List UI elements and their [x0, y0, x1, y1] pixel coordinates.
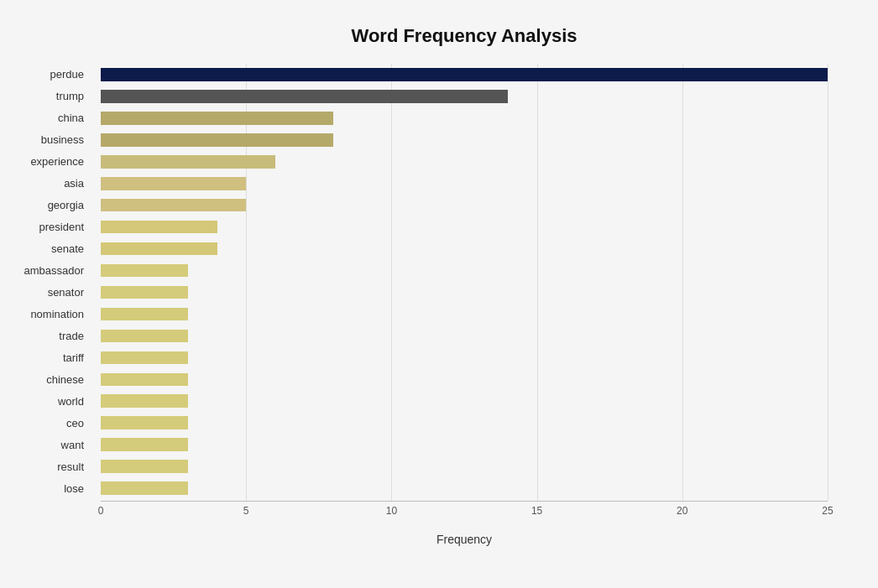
bar [101, 133, 333, 147]
bar-row: chinese [101, 368, 828, 390]
bar-row: perdue [101, 64, 828, 86]
bar-label: senate [0, 242, 92, 255]
bar-label: result [0, 461, 92, 473]
bar-label: perdue [0, 68, 92, 81]
bar-row: business [101, 129, 828, 151]
bar-label: president [0, 221, 92, 233]
bar-row: asia [101, 173, 828, 195]
bar-label: world [0, 395, 92, 408]
x-tick: 25 [822, 505, 833, 517]
bar [101, 308, 188, 321]
bar-row: ambassador [101, 260, 828, 282]
bar [101, 264, 188, 278]
bar-label: asia [0, 177, 92, 190]
bar-label: chinese [0, 373, 92, 386]
bar-row: president [101, 216, 828, 238]
bar [101, 330, 188, 343]
x-tick: 5 [243, 505, 249, 517]
bar-row: want [101, 434, 828, 455]
bar [101, 242, 217, 256]
bar-row: lose [101, 477, 828, 499]
bar-label: ceo [0, 417, 92, 429]
bar [101, 351, 188, 365]
bar [101, 90, 508, 103]
bar-label: want [0, 439, 92, 451]
bar-label: ambassador [0, 264, 92, 277]
bar [101, 438, 188, 451]
bar-label: experience [0, 155, 92, 168]
bar-label: business [0, 133, 92, 146]
bar [101, 112, 333, 125]
bar-label: nomination [0, 308, 92, 320]
x-tick: 0 [98, 505, 104, 517]
x-tick: 10 [386, 505, 397, 517]
bar-row: nomination [101, 303, 828, 325]
bar-row: trade [101, 325, 828, 346]
bar-row: trump [101, 86, 828, 107]
bar-label: trump [0, 90, 92, 102]
bar-row: ceo [101, 412, 828, 434]
x-axis-label: Frequency [101, 533, 828, 546]
bar [101, 199, 246, 212]
bar [101, 177, 246, 190]
bar-row: result [101, 455, 828, 477]
bar-row: experience [101, 151, 828, 173]
bar-label: senator [0, 286, 92, 299]
bar-row: world [101, 390, 828, 412]
bar [101, 394, 188, 408]
bar-row: senator [101, 282, 828, 304]
bar-row: china [101, 107, 828, 129]
bar-label: tariff [0, 351, 92, 364]
bar [101, 221, 217, 234]
bar-row: senate [101, 238, 828, 260]
bar [101, 416, 188, 429]
bar-row: tariff [101, 346, 828, 368]
bar [101, 481, 188, 495]
bar-label: georgia [0, 199, 92, 211]
bar [101, 68, 828, 81]
bar [101, 286, 188, 299]
x-tick: 20 [677, 505, 687, 517]
bar-label: lose [0, 482, 92, 495]
chart-title: Word Frequency Analysis [101, 25, 828, 47]
chart-container: Word Frequency Analysis perduetrumpchina… [0, 0, 878, 588]
bar-label: trade [0, 330, 92, 342]
bar [101, 460, 188, 473]
bar [101, 373, 188, 387]
bar-row: georgia [101, 195, 828, 216]
x-tick: 15 [531, 505, 542, 517]
bar [101, 155, 275, 169]
bar-label: china [0, 112, 92, 124]
